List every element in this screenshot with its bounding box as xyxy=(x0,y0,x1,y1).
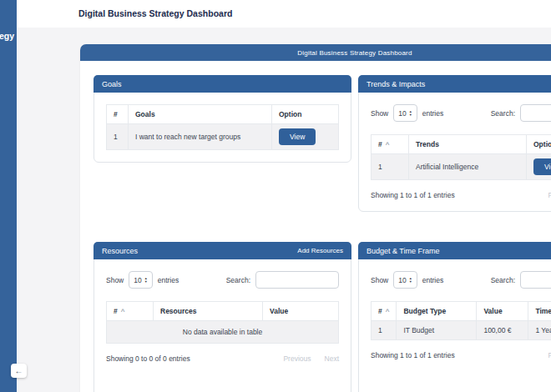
budget-pagination: Previous Next xyxy=(548,351,551,359)
dashboard-card-title: Digital Business Strategy Dashboard xyxy=(297,49,412,57)
back-arrow-icon: ← xyxy=(15,367,23,375)
trends-panel-title: Trends & Impacts xyxy=(366,80,425,88)
budget-cell-value: 100,00 € xyxy=(477,321,528,340)
topbar: Digital Business Strategy Dashboard xyxy=(17,0,551,28)
goals-cell-text: I want to reach new target groups xyxy=(129,124,272,150)
budget-cell-type: IT Budget xyxy=(397,321,477,340)
sort-asc-icon: ^ xyxy=(386,308,390,315)
resources-panel-body: Show 10 ▲▼ entries Search: xyxy=(94,259,351,392)
trends-search-input[interactable] xyxy=(520,104,551,122)
budget-show-label: Show xyxy=(371,276,388,284)
budget-controls: Show 10 ▲▼ entries Search: xyxy=(371,271,551,289)
budget-table: #^ Budget Type Value Time Frame 1 IT Bud… xyxy=(371,301,551,340)
trends-previous-button[interactable]: Previous xyxy=(548,191,551,199)
trends-table-header-row: #^ Trends Option xyxy=(372,135,551,154)
trends-page-size-select[interactable]: 10 ▲▼ xyxy=(393,104,417,122)
trends-entries-label: entries xyxy=(422,109,444,118)
budget-cell-num: 1 xyxy=(372,321,397,340)
budget-panel: Budget & Time Frame Show 10 ▲▼ entries xyxy=(358,242,551,392)
budget-search-label: Search: xyxy=(491,276,515,284)
budget-panel-title: Budget & Time Frame xyxy=(366,247,440,255)
budget-panel-header: Budget & Time Frame xyxy=(358,242,551,259)
resources-footer: Showing 0 to 0 of 0 entries Previous Nex… xyxy=(106,354,339,363)
resources-status-text: Showing 0 to 0 of 0 entries xyxy=(106,354,190,363)
budget-column-num[interactable]: #^ xyxy=(372,302,397,321)
sidebar: egy xyxy=(0,0,17,392)
resources-search-label: Search: xyxy=(226,276,250,284)
page-title: Digital Business Strategy Dashboard xyxy=(17,0,551,28)
budget-column-value[interactable]: Value xyxy=(477,302,528,321)
trends-panel-header: Trends & Impacts xyxy=(358,75,551,93)
goals-cell-num: 1 xyxy=(107,124,129,150)
resources-column-resources[interactable]: Resources xyxy=(154,302,263,321)
resources-panel-title: Resources xyxy=(102,247,138,255)
resources-next-button[interactable]: Next xyxy=(325,354,339,363)
sort-asc-icon: ^ xyxy=(386,141,390,148)
resources-table: #^ Resources Value No data available in … xyxy=(106,301,339,344)
goals-panel-title: Goals xyxy=(102,80,122,88)
resources-panel-header: Resources Add Resources xyxy=(94,242,351,259)
trends-table-row: 1 Artificial Intelligence View xyxy=(372,154,551,180)
trends-show-label: Show xyxy=(371,109,388,118)
goals-panel-header: Goals xyxy=(94,75,351,93)
resources-previous-button[interactable]: Previous xyxy=(283,354,311,363)
back-button[interactable]: ← xyxy=(11,364,27,378)
select-spinner-icon: ▲▼ xyxy=(409,110,412,117)
trends-cell-text: Artificial Intelligence xyxy=(409,154,527,180)
resources-column-num[interactable]: #^ xyxy=(107,302,154,321)
add-resources-link[interactable]: Add Resources xyxy=(297,247,343,254)
trends-status-text: Showing 1 to 1 of 1 entries xyxy=(371,191,455,199)
resources-show-label: Show xyxy=(106,276,124,284)
budget-panel-body: Show 10 ▲▼ entries Search: xyxy=(359,259,551,392)
select-spinner-icon: ▲▼ xyxy=(409,277,412,284)
goals-table: # Goals Option 1 I want to reach new tar… xyxy=(106,104,339,150)
trends-footer: Showing 1 to 1 of 1 entries Previous Nex… xyxy=(371,191,551,199)
resources-empty-row: No data available in table xyxy=(107,321,339,344)
dashboard-card-titlebar: Digital Business Strategy Dashboard xyxy=(80,44,551,61)
app: egy Digital Business Strategy Dashboard … xyxy=(0,0,551,392)
sort-asc-icon: ^ xyxy=(121,308,125,315)
resources-controls: Show 10 ▲▼ entries Search: xyxy=(106,271,339,289)
resources-panel: Resources Add Resources Show 10 ▲▼ entri… xyxy=(94,242,351,392)
budget-entries-label: entries xyxy=(422,276,444,284)
trends-panel-body: Show 10 ▲▼ entries Search: xyxy=(359,93,551,211)
goals-view-button[interactable]: View xyxy=(279,128,316,145)
budget-status-text: Showing 1 to 1 of 1 entries xyxy=(371,351,455,359)
dashboard-grid: Goals # Goals Option 1 xyxy=(80,61,551,392)
budget-page-size-select[interactable]: 10 ▲▼ xyxy=(393,271,417,289)
select-spinner-icon: ▲▼ xyxy=(144,277,148,284)
budget-table-header-row: #^ Budget Type Value Time Frame xyxy=(372,302,551,321)
goals-table-row: 1 I want to reach new target groups View xyxy=(107,124,339,150)
goals-column-option: Option xyxy=(272,105,339,124)
trends-controls: Show 10 ▲▼ entries Search: xyxy=(371,104,551,122)
budget-column-type[interactable]: Budget Type xyxy=(397,302,477,321)
goals-panel: Goals # Goals Option 1 xyxy=(94,75,351,163)
goals-column-num: # xyxy=(107,105,129,124)
trends-column-trends[interactable]: Trends xyxy=(409,135,527,154)
resources-empty-text: No data available in table xyxy=(107,321,339,344)
budget-footer: Showing 1 to 1 of 1 entries Previous Nex… xyxy=(371,351,551,359)
budget-search-input[interactable] xyxy=(520,271,551,289)
resources-page-size-select[interactable]: 10 ▲▼ xyxy=(129,271,152,289)
trends-search-label: Search: xyxy=(491,109,515,118)
sidebar-brand-text: egy xyxy=(0,31,14,41)
goals-table-header-row: # Goals Option xyxy=(107,105,339,124)
budget-table-row: 1 IT Budget 100,00 € 1 Years xyxy=(372,321,551,340)
trends-panel: Trends & Impacts Show 10 ▲▼ entries xyxy=(358,75,551,212)
budget-previous-button[interactable]: Previous xyxy=(548,351,551,359)
goals-column-goals: Goals xyxy=(129,105,272,124)
resources-pagination: Previous Next xyxy=(283,354,339,363)
trends-view-button[interactable]: View xyxy=(533,158,551,175)
budget-column-timeframe[interactable]: Time Frame xyxy=(528,302,551,321)
resources-column-value[interactable]: Value xyxy=(263,302,339,321)
trends-column-num[interactable]: #^ xyxy=(372,135,409,154)
trends-pagination: Previous Next xyxy=(548,191,551,199)
budget-cell-timeframe: 1 Years xyxy=(528,321,551,340)
trends-table: #^ Trends Option 1 Artificial Intelligen… xyxy=(371,134,551,180)
goals-panel-body: # Goals Option 1 I want to reach new tar… xyxy=(94,93,351,162)
trends-column-option: Option xyxy=(527,135,551,154)
dashboard-card: Digital Business Strategy Dashboard Goal… xyxy=(80,44,551,392)
resources-search-input[interactable] xyxy=(255,271,339,289)
trends-cell-num: 1 xyxy=(372,154,409,180)
resources-table-header-row: #^ Resources Value xyxy=(107,302,339,321)
